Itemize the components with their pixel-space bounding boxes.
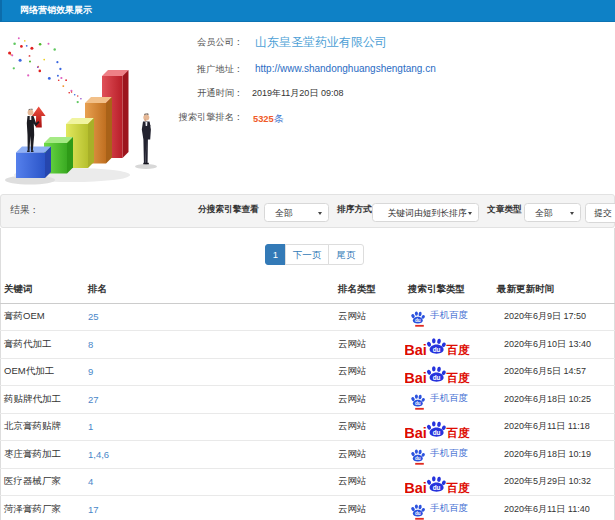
svg-text:百度: 百度 <box>446 426 471 439</box>
svg-text:du: du <box>433 346 441 353</box>
svg-text:du: du <box>415 401 421 406</box>
svg-text:百度: 百度 <box>446 344 471 357</box>
svg-text:Bai: Bai <box>405 424 427 439</box>
svg-text:Bai: Bai <box>405 342 427 357</box>
svg-text:du: du <box>415 318 421 323</box>
svg-text:du: du <box>433 484 441 491</box>
svg-text:Bai: Bai <box>405 479 427 494</box>
svg-text:du: du <box>433 374 441 381</box>
svg-text:Bai: Bai <box>405 369 427 384</box>
svg-text:百度: 百度 <box>446 371 471 384</box>
svg-text:du: du <box>415 456 421 461</box>
svg-text:du: du <box>415 511 421 516</box>
svg-text:du: du <box>433 429 441 436</box>
svg-text:百度: 百度 <box>446 481 471 494</box>
